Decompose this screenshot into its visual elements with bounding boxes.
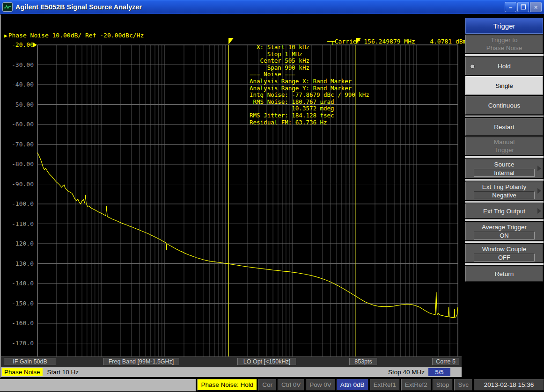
status-item-9: Svc <box>454 379 472 391</box>
softkey-value: Internal <box>474 169 535 177</box>
band-marker-flag-1 <box>228 38 234 44</box>
carrier-power: 4.0781 dBm <box>430 38 466 45</box>
instrument-display: ▶Phase Noise 10.00dB/ Ref -20.00dBc/Hz ─… <box>0 15 462 377</box>
y-axis-tick-label: -140.0 <box>3 280 34 287</box>
y-axis-tick-label: -130.0 <box>3 260 34 267</box>
trace-header-label: Phase Noise 10.00dB/ Ref -20.00dBc/Hz <box>8 32 144 39</box>
softkey-window-couple[interactable]: Window CoupleOFF <box>465 244 543 262</box>
y-axis-tick-label: -150.0 <box>3 300 34 307</box>
y-axis-tick-label: -90.00 <box>3 181 34 188</box>
submenu-arrow-icon <box>537 166 541 171</box>
selected-radio-dot-icon <box>470 64 475 69</box>
softkey-return[interactable]: Return <box>465 266 543 282</box>
y-ref-level-label: -20.00 <box>3 41 34 48</box>
page-indicator-badge: 5/5 <box>428 368 450 376</box>
status-bar: Phase Noise: HoldCorCtrl 0VPow 0VAttn 0d… <box>0 379 544 392</box>
window-title-bar: Agilent E5052B Signal Source Analyzer – … <box>0 0 544 14</box>
restore-button[interactable]: ❐ <box>517 2 529 12</box>
app-icon <box>2 2 13 12</box>
carrier-frequency: 156.249879 MHz <box>364 38 415 45</box>
softkey-source[interactable]: SourceInternal <box>465 159 543 178</box>
status-item-1: Phase Noise: Hold <box>197 379 257 391</box>
softkey-manual: ManualTrigger <box>465 137 543 155</box>
y-axis-tick-label: -110.0 <box>3 220 34 227</box>
softkey-continuous[interactable]: Continuous <box>465 96 543 115</box>
y-axis-tick-label: -80.00 <box>3 160 34 167</box>
menu-separator <box>465 241 544 243</box>
softkey-label: Window Couple <box>482 245 527 253</box>
config-item-4: 853pts <box>349 358 377 365</box>
status-item-7: ExtRef2 <box>401 379 431 391</box>
softkey-label: Single <box>495 82 513 90</box>
trace-header: ▶Phase Noise 10.00dB/ Ref -20.00dBc/Hz <box>4 32 144 39</box>
menu-separator <box>465 179 544 181</box>
softkey-ext-trig-polarity[interactable]: Ext Trig PolarityNegative <box>465 181 543 200</box>
app-window: { "window": { "title": "Agilent E5052B S… <box>0 0 544 392</box>
trace-marker-icon: ▶ <box>4 33 7 39</box>
config-item-3: LO Opt [<150kHz] <box>237 358 296 365</box>
phase-noise-plot <box>1 29 463 371</box>
softkey-trigger-to: Trigger toPhase Noise <box>465 35 543 53</box>
softkey-label: Restart <box>494 123 515 131</box>
softkey-menu: Trigger Trigger toPhase NoiseHoldSingleC… <box>465 15 544 377</box>
y-axis-tick-label: -100.0 <box>3 200 34 207</box>
softkey-hold[interactable]: Hold <box>465 57 543 75</box>
y-axis-tick-label: -50.00 <box>3 101 34 108</box>
softkey-average-trigger[interactable]: Average TriggerON <box>465 222 543 240</box>
noise-analysis-text: X: Start 10 kHz Stop 1 MHz Center 505 kH… <box>250 44 369 126</box>
softkey-label: Hold <box>498 62 511 70</box>
y-axis-tick-label: -160.0 <box>3 319 34 327</box>
softkey-label: Continuous <box>488 102 520 109</box>
sweep-stop-label: Stop 40 MHz <box>388 369 425 376</box>
softkey-ext-trig-output[interactable]: Ext Trig Output <box>465 203 543 218</box>
mode-badge: Phase Noise <box>2 368 43 376</box>
menu-separator <box>465 54 544 56</box>
submenu-arrow-icon <box>537 188 541 194</box>
y-axis-tick-label: -40.00 <box>3 81 34 88</box>
sweep-range-bar: Phase Noise Start 10 Hz Stop 40 MHz 5/5 <box>1 367 462 377</box>
softkey-label-line2: Phase Noise <box>486 44 522 52</box>
window-title: Agilent E5052B Signal Source Analyzer <box>15 3 142 11</box>
softkey-label: Return <box>495 270 514 278</box>
status-item-4: Pow 0V <box>306 379 335 391</box>
softkey-value: OFF <box>474 254 535 261</box>
measurement-config-bar: IF Gain 50dBFreq Band [99M-1.5GHz]LO Opt… <box>1 356 462 367</box>
menu-separator <box>465 201 544 203</box>
softkey-restart[interactable]: Restart <box>465 118 543 136</box>
config-item-1: IF Gain 50dB <box>4 358 56 365</box>
menu-separator <box>465 219 544 221</box>
menu-separator <box>465 156 544 158</box>
softkey-label: Manual <box>494 138 515 146</box>
softkey-value: Negative <box>474 191 535 199</box>
status-item-2: Cor <box>258 379 276 391</box>
config-item-2: Freq Band [99M-1.5GHz] <box>103 358 179 365</box>
softkey-label: Ext Trig Output <box>483 207 525 215</box>
submenu-arrow-icon <box>537 208 541 214</box>
status-item-8: Stop <box>433 379 453 391</box>
softkey-single[interactable]: Single <box>465 76 543 95</box>
config-item-5: Corre 5 <box>432 358 459 365</box>
status-item-5: Attn 0dB <box>337 379 368 391</box>
datetime-label: 2013-02-18 15:36 <box>474 379 544 391</box>
y-axis-tick-label: -170.0 <box>3 340 34 347</box>
softkey-value: ON <box>474 232 535 240</box>
softkey-label: Average Trigger <box>482 223 527 231</box>
close-button[interactable]: × <box>530 2 542 12</box>
status-item-3: Ctrl 0V <box>278 379 304 391</box>
y-axis-tick-label: -70.00 <box>3 141 34 148</box>
menu-separator <box>465 116 544 117</box>
minimize-button[interactable]: – <box>505 2 516 12</box>
menu-separator <box>465 263 544 265</box>
y-axis-tick-label: -60.00 <box>3 121 34 128</box>
status-message-area <box>0 379 196 392</box>
menu-title: Trigger <box>465 18 543 34</box>
y-axis-tick-label: -30.00 <box>3 61 34 68</box>
status-item-6: ExtRef1 <box>370 379 400 391</box>
softkey-label: Trigger to <box>491 36 517 44</box>
y-axis-tick-label: -120.0 <box>3 240 34 247</box>
sweep-start-label: Start 10 Hz <box>47 369 79 376</box>
softkey-label: Ext Trig Polarity <box>482 183 527 191</box>
softkey-label: Source <box>494 160 515 168</box>
softkey-label-line2: Trigger <box>494 146 514 154</box>
ref-level-marker-icon <box>33 43 37 47</box>
